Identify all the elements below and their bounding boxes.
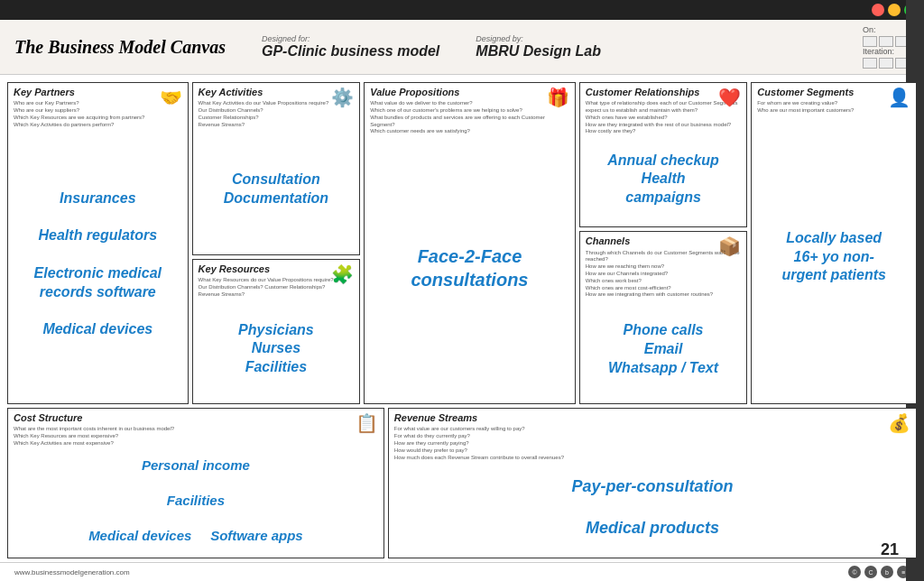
key-resources-big-inner: PhysiciansNursesFacilities	[238, 321, 314, 377]
iter-box-5	[879, 58, 893, 69]
top-header	[0, 0, 924, 20]
partners-icon: 🤝	[160, 87, 182, 108]
footer: www.businessmodelgeneration.com © C b ≡	[0, 562, 924, 581]
cr-icon: ❤️	[718, 87, 741, 108]
segments-icon: 👤	[888, 87, 910, 108]
cost-structure-cell: 📋 Cost Structure What are the most impor…	[7, 408, 384, 558]
revenue-streams-cell: 💰 Revenue Streams For what value are our…	[388, 408, 917, 558]
on-label: On:	[863, 25, 910, 34]
activities-resources-col: ⚙️ Key Activities What Key Activities do…	[192, 82, 361, 404]
cost-icon: 📋	[356, 412, 378, 434]
value-props-big-inner: Face-2-Faceconsultations	[411, 244, 528, 291]
footer-icon-c: C	[864, 566, 877, 578]
activities-icon: ⚙️	[331, 87, 354, 108]
minimize-btn[interactable]	[888, 4, 901, 16]
designed-for-label: Designed for:	[262, 34, 439, 43]
designed-by-value: MBRU Design Lab	[476, 43, 601, 60]
title-bar: The Business Model Canvas Designed for: …	[0, 20, 924, 75]
cr-channels-col: ❤️ Customer Relationships What type of r…	[579, 82, 748, 404]
revenue-title: Revenue Streams	[394, 412, 910, 424]
designed-for: Designed for: GP-Clinic business model	[262, 34, 439, 60]
channels-icon: 📦	[718, 235, 741, 257]
key-partners-cell: 🤝 Key Partners Who are our Key Partners?…	[7, 82, 189, 404]
bmc-container: 🤝 Key Partners Who are our Key Partners?…	[0, 75, 924, 562]
key-partners-big: Insurances Health regulators Electronic …	[14, 128, 182, 400]
on-iteration: On: Iteration:	[863, 25, 910, 69]
customer-relationships-cell: ❤️ Customer Relationships What type of r…	[579, 82, 748, 227]
page-number: 21	[881, 540, 899, 559]
designed-by: Designed by: MBRU Design Lab	[476, 34, 601, 60]
cs-big: Locally based16+ yo non-urgent patients	[757, 115, 910, 400]
customer-segments-cell: 👤 Customer Segments For whom are we crea…	[751, 82, 917, 404]
key-resources-cell: 🧩 Key Resources What Key Resources do ou…	[192, 259, 361, 404]
iteration-boxes	[863, 58, 910, 69]
iteration-label: Iteration:	[863, 47, 910, 56]
revenue-small: For what value are our customers really …	[394, 426, 910, 461]
designed-for-value: GP-Clinic business model	[262, 43, 439, 60]
footer-icons: © C b ≡	[848, 566, 910, 578]
revenue-icon: 💰	[888, 412, 910, 434]
designed-by-label: Designed by:	[476, 34, 601, 43]
cost-small: What are the most important costs inhere…	[14, 426, 378, 447]
on-boxes	[863, 36, 910, 47]
footer-website: www.businessmodelgeneration.com	[14, 568, 130, 576]
revenue-big: Pay-per-consultation Medical products	[394, 461, 910, 554]
key-activities-big-inner: ConsultationDocumentation	[224, 171, 328, 208]
channels-big-inner: Phone callsEmailWhatsapp / Text	[608, 321, 718, 377]
footer-icon-by: b	[881, 566, 893, 578]
iter-box-4	[863, 58, 877, 69]
iter-box-2	[879, 36, 893, 47]
key-activities-big: ConsultationDocumentation	[199, 128, 355, 250]
page: The Business Model Canvas Designed for: …	[0, 0, 924, 581]
canvas-title: The Business Model Canvas	[14, 37, 226, 58]
revenue-big-inner: Pay-per-consultation Medical products	[571, 476, 733, 540]
cr-big-inner: Annual checkupHealthcampaigns	[607, 152, 719, 208]
cs-big-inner: Locally based16+ yo non-urgent patients	[781, 229, 886, 285]
cost-big: Personal income Facilities Medical devic…	[14, 447, 378, 554]
value-props-small: What value do we deliver to the customer…	[370, 100, 569, 135]
key-partners-title: Key Partners	[14, 87, 182, 98]
bmc-bottom-row: 📋 Cost Structure What are the most impor…	[7, 408, 917, 558]
footer-icon-cc: ©	[848, 566, 861, 578]
channels-big: Phone callsEmailWhatsapp / Text	[586, 299, 742, 400]
close-btn[interactable]	[872, 4, 884, 16]
key-partners-big-inner: Insurances Health regulators Electronic …	[34, 189, 162, 339]
value-props-big: Face-2-Faceconsultations	[370, 135, 569, 400]
key-partners-small: Who are our Key Partners?Who are our key…	[14, 100, 182, 128]
bmc-top-row: 🤝 Key Partners Who are our Key Partners?…	[7, 82, 917, 404]
value-icon: 🎁	[547, 87, 569, 108]
cr-big: Annual checkupHealthcampaigns	[586, 135, 742, 223]
cost-big-inner: Personal income Facilities Medical devic…	[88, 456, 303, 545]
resources-icon: 🧩	[331, 263, 354, 285]
value-propositions-cell: 🎁 Value Propositions What value do we de…	[364, 82, 576, 404]
key-activities-cell: ⚙️ Key Activities What Key Activities do…	[192, 82, 361, 255]
value-props-title: Value Propositions	[370, 87, 569, 98]
channels-cell: 📦 Channels Through which Channels do our…	[579, 231, 748, 404]
cost-title: Cost Structure	[14, 412, 378, 424]
key-resources-big: PhysiciansNursesFacilities	[199, 298, 355, 400]
iter-box-1	[863, 36, 877, 47]
